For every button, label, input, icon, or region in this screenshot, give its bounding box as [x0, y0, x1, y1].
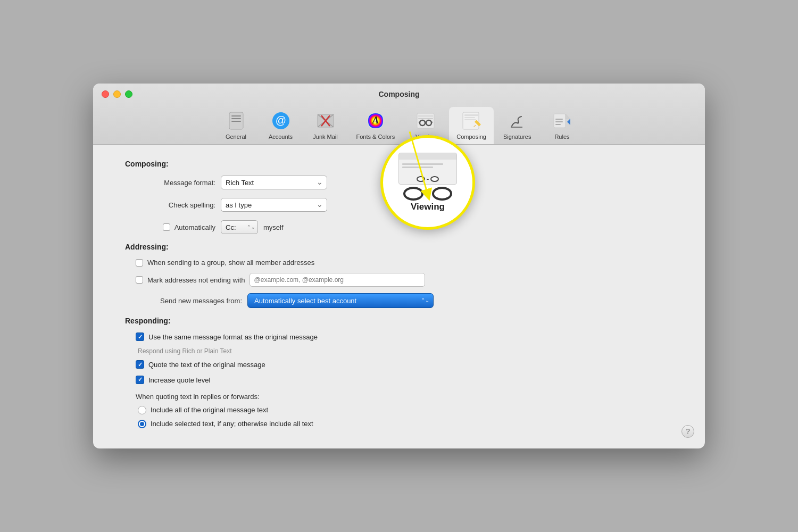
toolbar-item-accounts[interactable]: @ Accounts: [260, 107, 302, 144]
responding-checkbox3-label: Increase quote level: [148, 376, 210, 385]
toolbar-item-composing[interactable]: Composing: [449, 107, 494, 144]
composing-label: Composing: [456, 134, 486, 140]
responding-checkbox1-label: Use the same message format as the origi…: [148, 332, 318, 342]
check-spelling-row: Check spelling: as I type never: [125, 198, 673, 212]
message-format-row: Message format: Rich Text Plain Text: [125, 176, 673, 189]
junk-mail-icon: [315, 110, 336, 131]
radio2-row: Include selected text, if any; otherwise…: [138, 420, 673, 428]
fonts-colors-icon: A: [365, 110, 386, 131]
cc-select[interactable]: Cc: Bcc:: [221, 220, 258, 234]
signatures-label: Signatures: [503, 134, 531, 140]
automatically-row: Automatically Cc: Bcc: myself: [125, 220, 673, 234]
radio1-button[interactable]: [138, 406, 146, 414]
group-checkbox-row: When sending to a group, show all member…: [136, 259, 673, 267]
minimize-button[interactable]: [113, 90, 121, 98]
svg-rect-30: [554, 114, 566, 128]
signatures-icon: [506, 110, 528, 131]
message-format-label: Message format:: [125, 179, 215, 187]
accounts-label: Accounts: [269, 134, 293, 140]
myself-text: myself: [263, 223, 284, 231]
viewing-icon: [415, 110, 436, 131]
toolbar-item-rules[interactable]: Rules: [541, 107, 583, 144]
rules-label: Rules: [554, 134, 569, 140]
send-from-row: Send new messages from: Automatically se…: [136, 293, 673, 308]
radio2-button[interactable]: [138, 420, 146, 428]
svg-marker-35: [567, 119, 570, 125]
general-icon: [226, 110, 247, 131]
maximize-button[interactable]: [125, 90, 132, 98]
toolbar-item-viewing[interactable]: Viewing: [404, 107, 447, 144]
cc-select-wrapper: Cc: Bcc:: [221, 220, 258, 234]
window-controls: [102, 90, 132, 98]
rules-icon: [551, 110, 572, 131]
check-spelling-select-wrapper: as I type never: [221, 198, 327, 212]
toolbar-item-signatures[interactable]: Signatures: [496, 107, 539, 144]
responding-checkbox2-row: Quote the text of the original message: [136, 360, 673, 370]
svg-rect-16: [418, 115, 433, 117]
radio2-label: Include selected text, if any; otherwise…: [151, 420, 313, 428]
mark-addresses-label: Mark addresses not ending with: [147, 276, 245, 284]
accounts-icon: @: [270, 110, 292, 131]
svg-rect-17: [418, 118, 433, 119]
check-spelling-select[interactable]: as I type never: [221, 198, 327, 212]
automatically-label: Automatically: [174, 223, 215, 231]
svg-rect-1: [231, 115, 241, 117]
responding-checkbox1[interactable]: [136, 332, 144, 341]
titlebar: Composing General: [93, 84, 705, 145]
svg-rect-34: [555, 124, 561, 125]
mark-addresses-row: Mark addresses not ending with: [136, 273, 673, 287]
responding-checkbox3-row: Increase quote level: [136, 376, 673, 385]
help-button[interactable]: ?: [681, 425, 694, 438]
responding-section: Responding: Use the same message format …: [125, 317, 673, 385]
send-from-label: Send new messages from:: [136, 297, 242, 305]
fonts-colors-label: Fonts & Colors: [356, 134, 395, 140]
viewing-label: Viewing: [415, 134, 436, 140]
send-from-select-wrapper: Automatically select best account: [247, 293, 434, 308]
svg-rect-24: [464, 114, 478, 116]
responding-section-title: Responding:: [125, 317, 673, 325]
addressing-section: Addressing: When sending to a group, sho…: [125, 243, 673, 308]
responding-checkbox3[interactable]: [136, 376, 144, 384]
group-checkbox-label: When sending to a group, show all member…: [147, 259, 314, 267]
addressing-section-title: Addressing:: [125, 243, 673, 251]
junk-mail-label: Junk Mail: [313, 134, 337, 140]
responding-checkbox2[interactable]: [136, 360, 144, 369]
message-format-select-wrapper: Rich Text Plain Text: [221, 176, 327, 189]
toolbar-item-junk-mail[interactable]: Junk Mail: [304, 107, 347, 144]
svg-text:A: A: [372, 115, 379, 126]
check-spelling-label: Check spelling:: [125, 201, 215, 209]
svg-text:@: @: [275, 114, 286, 126]
composing-section: Composing: Message format: Rich Text Pla…: [125, 160, 673, 234]
quoting-section: When quoting text in replies or forwards…: [136, 393, 673, 428]
content-area: Composing: Message format: Rich Text Pla…: [93, 145, 705, 448]
automatically-checkbox[interactable]: [163, 223, 170, 231]
svg-rect-26: [464, 119, 476, 120]
composing-icon: [461, 110, 482, 131]
responding-checkbox2-label: Quote the text of the original message: [148, 360, 265, 370]
svg-rect-25: [464, 117, 475, 118]
responding-checkbox1-row: Use the same message format as the origi…: [136, 332, 673, 342]
responding-sub-label: Respond using Rich or Plain Text: [138, 347, 673, 355]
message-format-select[interactable]: Rich Text Plain Text: [221, 176, 327, 189]
svg-marker-31: [566, 114, 570, 119]
mark-addresses-checkbox[interactable]: [136, 276, 143, 284]
svg-rect-32: [555, 119, 563, 120]
mark-addresses-input[interactable]: [250, 273, 425, 287]
toolbar-item-general[interactable]: General: [215, 107, 257, 144]
radio1-row: Include all of the original message text: [138, 406, 673, 414]
composing-section-title: Composing:: [125, 160, 673, 168]
main-window: Composing General: [93, 84, 705, 448]
svg-rect-33: [555, 121, 563, 122]
close-button[interactable]: [102, 90, 109, 98]
svg-rect-2: [231, 118, 241, 119]
group-checkbox[interactable]: [136, 259, 143, 267]
toolbar: General @ Accounts: [102, 104, 696, 144]
toolbar-item-fonts-colors[interactable]: A Fonts & Colors: [349, 107, 403, 144]
window-title: Composing: [379, 90, 420, 98]
send-from-select[interactable]: Automatically select best account: [247, 293, 434, 308]
radio1-label: Include all of the original message text: [151, 406, 268, 414]
general-label: General: [226, 134, 246, 140]
quoting-title: When quoting text in replies or forwards…: [136, 393, 673, 401]
svg-rect-3: [231, 121, 241, 122]
